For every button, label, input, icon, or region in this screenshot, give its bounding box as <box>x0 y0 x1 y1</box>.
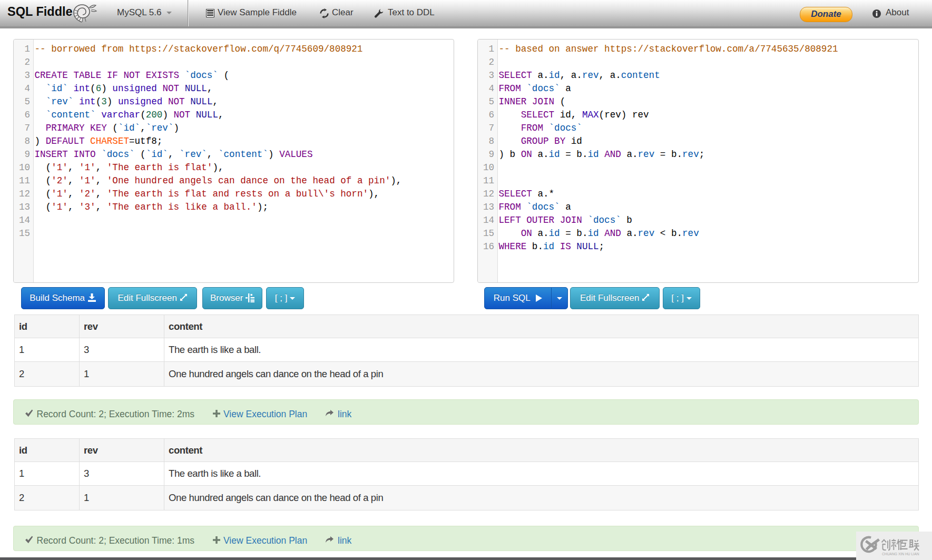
svg-text:CHUANG XIN HU LIAN: CHUANG XIN HU LIAN <box>882 552 919 556</box>
